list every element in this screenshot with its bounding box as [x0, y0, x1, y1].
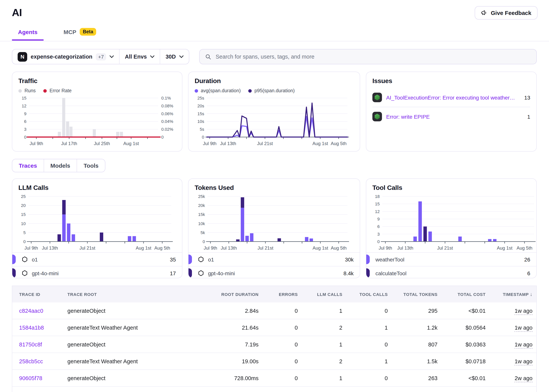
legend-row[interactable]: o135 [12, 252, 182, 266]
svg-text:20s: 20s [198, 104, 204, 108]
legend-row[interactable]: weatherTool26 [366, 252, 536, 266]
legend-label: Error Rate [50, 88, 71, 93]
svg-text:0.04%: 0.04% [161, 119, 173, 124]
chevron-down-icon [150, 55, 154, 58]
search-input[interactable] [215, 53, 531, 60]
trace-id-link[interactable]: c824aac0 [19, 308, 43, 314]
column-header-total-tokens[interactable]: TOTAL TOKENS [392, 286, 441, 302]
legend-item: Runs [18, 88, 36, 93]
svg-text:Jul 13th: Jul 13th [42, 245, 58, 251]
trace-id-cell: 1584a1b8 [12, 319, 64, 336]
table-row[interactable]: c824aac0generateObject2.84s010295<$0.011… [12, 302, 536, 319]
column-header-trace-id[interactable]: TRACE ID [12, 286, 64, 302]
root-duration-cell: 2.84s [210, 302, 263, 319]
svg-text:6: 6 [24, 119, 26, 124]
timestamp-value[interactable]: 1w ago [514, 308, 533, 315]
issue-link[interactable]: Error: write EPIPE [386, 113, 430, 120]
column-header-llm-calls[interactable]: LLM CALLS [302, 286, 346, 302]
svg-text:0.08%: 0.08% [161, 104, 173, 108]
trace-root-cell: generateText Weather Agent [64, 319, 210, 336]
subtab-models[interactable]: Models [43, 159, 77, 172]
series-name: o1 [208, 256, 214, 262]
total-tokens-cell: 263 [392, 370, 441, 386]
svg-text:9: 9 [377, 217, 380, 221]
svg-text:Jul 13th: Jul 13th [397, 245, 413, 251]
legend-row[interactable]: calculateTool6 [366, 266, 536, 278]
svg-text:15s: 15s [198, 112, 204, 116]
search-box[interactable] [199, 49, 537, 64]
column-header-trace-root[interactable]: TRACE ROOT [64, 286, 210, 302]
table-row[interactable]: 81750c8fgenerateObject7.19s010807$0.0363… [12, 336, 536, 353]
give-feedback-button[interactable]: Give Feedback [475, 6, 537, 20]
column-header-tool-calls[interactable]: TOOL CALLS [346, 286, 392, 302]
legend-row[interactable]: gpt-4o-mini17 [12, 266, 182, 278]
svg-text:Jul 21st: Jul 21st [257, 141, 273, 146]
legend-label: avg(span.duration) [201, 88, 241, 93]
trace-id-link[interactable]: 90605f78 [19, 375, 42, 381]
legend-row[interactable]: gpt-4o-mini8.4k [188, 266, 360, 278]
tab-mcp[interactable]: MCPBeta [57, 28, 102, 41]
subtab-tools[interactable]: Tools [77, 159, 105, 172]
table-row[interactable]: 1b9a433bgenerateText Weather Agent4.95s0… [12, 386, 536, 392]
tool-calls-legend: weatherTool26calculateTool6 [366, 252, 536, 278]
svg-text:3: 3 [377, 232, 380, 237]
duration-card: Duration avg(span.duration)p95(span.dura… [188, 72, 360, 152]
errors-cell: 0 [263, 353, 302, 370]
series-label: calculateTool [375, 270, 406, 276]
traces-table: TRACE IDTRACE ROOTROOT DURATIONERRORSLLM… [12, 286, 537, 392]
svg-text:Aug 1st: Aug 1st [497, 245, 513, 251]
timestamp-value[interactable]: 1w ago [514, 341, 533, 349]
subtab-traces[interactable]: Traces [12, 159, 43, 172]
trace-id-link[interactable]: 258cb5cc [19, 358, 43, 364]
column-header-timestamp[interactable]: TIMESTAMP↓ [489, 286, 536, 302]
table-row[interactable]: 90605f78generateObject728.00ms010263<$0.… [12, 370, 536, 386]
table-row[interactable]: 1584a1b8generateText Weather Agent21.64s… [12, 319, 536, 336]
page-title: AI [12, 0, 537, 19]
svg-text:Jul 17th: Jul 17th [61, 141, 77, 146]
tab-agents[interactable]: Agents [12, 28, 44, 40]
project-selector[interactable]: N expense-categorization +7 [12, 49, 119, 64]
svg-text:15: 15 [375, 202, 380, 206]
svg-text:0: 0 [202, 135, 204, 140]
column-header-root-duration[interactable]: ROOT DURATION [210, 286, 263, 302]
svg-text:10k: 10k [198, 221, 205, 226]
series-value: 17 [170, 270, 176, 276]
legend-row[interactable]: o130k [188, 252, 360, 266]
chevron-down-icon [179, 55, 184, 58]
svg-text:18: 18 [375, 194, 380, 199]
column-header-errors[interactable]: ERRORS [263, 286, 302, 302]
trace-id-link[interactable]: 81750c8f [19, 341, 42, 347]
series-color-chip [12, 268, 16, 278]
issue-row: Error: write EPIPE1 [372, 107, 530, 126]
svg-text:Jul 21st: Jul 21st [437, 245, 453, 251]
project-logo-icon: N [18, 52, 27, 62]
tool-calls-title: Tool Calls [372, 184, 530, 192]
series-label: gpt-4o-mini [21, 270, 59, 276]
trace-id-link[interactable]: 1584a1b8 [19, 324, 44, 330]
series-label: gpt-4o-mini [198, 270, 235, 276]
timestamp-value[interactable]: 1w ago [514, 324, 533, 332]
legend-item: Error Rate [43, 88, 71, 93]
svg-text:0.02%: 0.02% [161, 127, 173, 132]
env-selector[interactable]: All Envs [119, 49, 160, 64]
issues-list: AI_ToolExecutionError: Error executing t… [372, 88, 530, 126]
svg-text:Jul 21st: Jul 21st [257, 245, 273, 251]
date-range-selector[interactable]: 30D [160, 49, 189, 64]
total-tokens-cell: 1.2k [392, 319, 441, 336]
timestamp-value[interactable]: 1w ago [514, 358, 533, 365]
svg-text:20k: 20k [198, 203, 205, 208]
table-row[interactable]: 258cb5ccgenerateText Weather Agent19.00s… [12, 353, 536, 370]
total-tokens-cell: 1.5k [392, 353, 441, 370]
openai-icon [21, 256, 28, 263]
sort-desc-icon[interactable]: ↓ [530, 291, 533, 297]
series-color-chip [366, 255, 370, 264]
traces-table-body: c824aac0generateObject2.84s010295<$0.011… [12, 302, 536, 392]
issue-link[interactable]: AI_ToolExecutionError: Error executing t… [386, 94, 516, 100]
timestamp-value[interactable]: 2w ago [514, 375, 533, 382]
page-header: AI Give Feedback [0, 0, 549, 19]
llm-calls-cell: 2 [302, 386, 346, 392]
ai-dashboard-page: AI Give Feedback AgentsMCPBeta N expense… [0, 0, 549, 392]
filter-row: N expense-categorization +7 All Envs 30D [0, 49, 549, 64]
svg-text:Jul 13th: Jul 13th [221, 245, 237, 251]
column-header-total-cost[interactable]: TOTAL COST [441, 286, 489, 302]
